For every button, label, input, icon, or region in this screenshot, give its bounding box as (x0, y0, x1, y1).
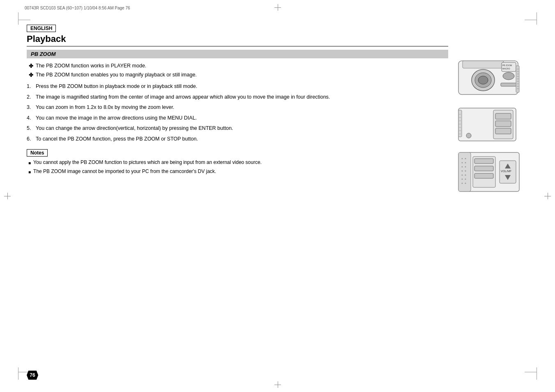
cross-bullet-text-2: The PB ZOOM function enables you to magn… (36, 71, 197, 79)
step-num: 5. (27, 125, 33, 132)
list-item: 6. To cancel the PB ZOOM function, press… (27, 136, 448, 143)
svg-rect-35 (458, 152, 471, 191)
note-item-1: ■ You cannot apply the PB ZOOM function … (28, 159, 448, 166)
svg-point-37 (465, 158, 466, 159)
svg-point-25 (466, 133, 471, 138)
step-num: 2. (27, 94, 33, 101)
cross-bullets: ✤ The PB ZOOM function works in PLAYER m… (27, 62, 448, 79)
bullet-icon-1: ■ (28, 160, 31, 166)
cross-bullet-2: ✤ The PB ZOOM function enables you to ma… (29, 71, 448, 79)
device-image-3: VOL/MF (456, 150, 522, 194)
cross-bullet-text-1: The PB ZOOM function works in PLAYER mod… (36, 62, 146, 70)
step-num: 3. (27, 104, 33, 111)
step-text: You can change the arrow direction(verti… (36, 125, 233, 132)
list-item: 4. You can move the image in the arrow d… (27, 115, 448, 122)
page-number: 76 (27, 371, 38, 380)
main-content: ENGLISH Playback PB ZOOM ✤ The PB ZOOM f… (27, 25, 528, 359)
svg-point-8 (503, 72, 514, 80)
svg-point-46 (462, 179, 463, 180)
step-text: Press the PB ZOOM button in playback mod… (36, 83, 197, 90)
corner-mark (537, 12, 537, 25)
svg-point-48 (462, 183, 463, 184)
step-num: 6. (27, 136, 33, 143)
svg-point-49 (465, 183, 466, 184)
corner-mark (525, 372, 537, 372)
crosshair-left (4, 193, 11, 199)
corner-mark (18, 12, 18, 25)
corner-mark (537, 367, 537, 380)
bullet-icon-2: ■ (28, 169, 31, 175)
svg-rect-51 (474, 159, 493, 164)
header-meta: 00743R SCD103 SEA (60~107) 1/10/04 8:56 … (25, 6, 130, 10)
svg-rect-52 (474, 166, 493, 171)
notes-bullets: ■ You cannot apply the PB ZOOM function … (27, 159, 448, 175)
section-header: PB ZOOM (27, 50, 448, 58)
svg-rect-9 (501, 83, 516, 86)
svg-text:MACRO: MACRO (502, 67, 510, 70)
svg-point-36 (462, 158, 463, 159)
svg-text:VOL/MF: VOL/MF (501, 170, 511, 173)
cross-icon-1: ✤ (29, 62, 33, 70)
crosshair-bottom (274, 381, 281, 388)
svg-point-44 (462, 175, 463, 176)
svg-rect-53 (474, 173, 493, 178)
list-item: 3. You can zoom in from 1.2x to 8.0x by … (27, 104, 448, 111)
corner-mark (18, 20, 30, 20)
device-image-1: PB ZOOM MACRO (456, 58, 522, 99)
device-image-2 (456, 106, 522, 143)
note-text-2: The PB ZOOM image cannot be imported to … (33, 168, 216, 175)
right-column: PB ZOOM MACRO (456, 25, 528, 359)
svg-point-41 (465, 166, 466, 168)
corner-mark (18, 367, 18, 380)
svg-point-4 (478, 76, 488, 84)
crosshair-right (544, 193, 551, 199)
note-item-2: ■ The PB ZOOM image cannot be imported t… (28, 168, 448, 175)
list-item: 2. The image is magnified starting from … (27, 94, 448, 101)
svg-point-47 (465, 179, 466, 180)
svg-point-43 (465, 171, 466, 172)
svg-rect-24 (495, 128, 511, 134)
notes-box: Notes ■ You cannot apply the PB ZOOM fun… (27, 149, 448, 175)
list-item: 5. You can change the arrow direction(ve… (27, 125, 448, 132)
svg-point-42 (462, 171, 463, 172)
svg-point-45 (465, 175, 466, 176)
step-text: To cancel the PB ZOOM function, press th… (36, 136, 198, 143)
cross-icon-2: ✤ (29, 71, 33, 79)
list-item: 1. Press the PB ZOOM button in playback … (27, 83, 448, 90)
language-badge: ENGLISH (27, 25, 56, 32)
step-text: The image is magnified starting from the… (36, 94, 330, 101)
svg-rect-22 (495, 113, 511, 119)
corner-mark (525, 20, 537, 20)
cross-bullet-1: ✤ The PB ZOOM function works in PLAYER m… (29, 62, 448, 70)
left-column: ENGLISH Playback PB ZOOM ✤ The PB ZOOM f… (27, 25, 448, 359)
page-title: Playback (27, 34, 448, 46)
step-num: 4. (27, 115, 33, 122)
svg-point-38 (462, 162, 463, 164)
step-text: You can move the image in the arrow dire… (36, 115, 197, 122)
step-text: You can zoom in from 1.2x to 8.0x by mov… (36, 104, 174, 111)
numbered-list: 1. Press the PB ZOOM button in playback … (27, 83, 448, 143)
notes-label: Notes (27, 149, 48, 157)
svg-text:PB ZOOM: PB ZOOM (502, 64, 512, 67)
svg-point-39 (465, 162, 466, 164)
step-num: 1. (27, 83, 33, 90)
crosshair-top (274, 4, 281, 11)
note-text-1: You cannot apply the PB ZOOM function to… (33, 159, 262, 166)
svg-point-40 (462, 166, 463, 168)
svg-rect-1 (463, 61, 504, 68)
svg-rect-23 (495, 121, 511, 127)
